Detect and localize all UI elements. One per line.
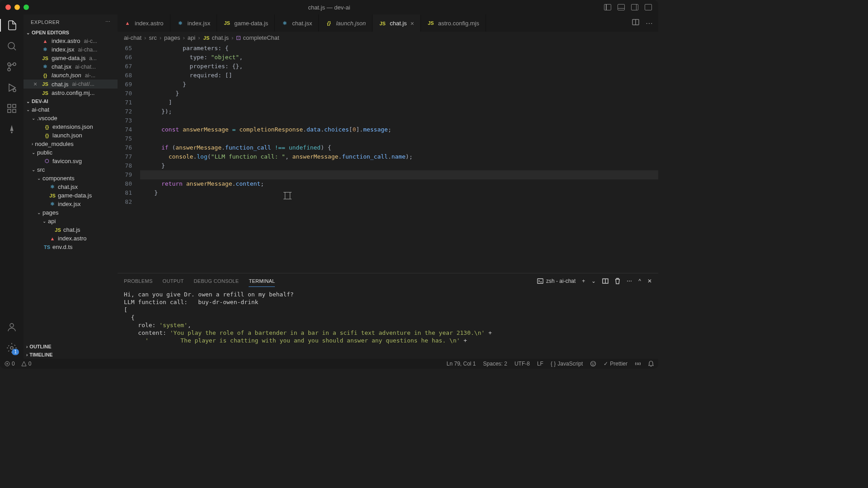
breadcrumb-item[interactable]: pages (164, 34, 180, 41)
code-editor[interactable]: 656667686970717273747576777879808182 par… (118, 44, 658, 273)
breadcrumb-item[interactable]: JSchat.js (203, 34, 229, 41)
run-debug-icon[interactable] (5, 81, 18, 94)
sidebar-more-icon[interactable]: ⋯ (105, 19, 111, 25)
status-bell-icon[interactable] (648, 361, 654, 367)
jsx-file-icon: ⚛ (49, 184, 56, 190)
terminal-dropdown-icon[interactable]: ⌄ (591, 278, 596, 284)
account-icon[interactable] (5, 321, 18, 333)
file-item[interactable]: {}launch.json (24, 131, 118, 140)
explorer-icon[interactable] (0, 19, 24, 32)
tab-launch-json[interactable]: {}launch.json (319, 14, 373, 32)
sidebar-title: EXPLORER (31, 19, 60, 25)
toggle-sidebar-icon[interactable] (604, 4, 611, 10)
svg-marker-5 (9, 84, 15, 91)
status-warnings[interactable]: 0 (21, 361, 32, 367)
file-item[interactable]: {}extensions.json (24, 122, 118, 131)
js-file-icon: JS (54, 227, 61, 233)
titlebar: chat.js — dev-ai (0, 0, 658, 14)
file-item[interactable]: TSenv.d.ts (24, 243, 118, 251)
file-item[interactable]: JSchat.js (24, 225, 118, 234)
status-live-icon[interactable] (635, 361, 641, 367)
panel-tab-debug-console[interactable]: DEBUG CONSOLE (194, 278, 239, 284)
breadcrumb-item[interactable]: ⊡ completeChat (236, 34, 279, 41)
tab-game-data-js[interactable]: JSgame-data.js (217, 14, 275, 32)
svg-point-2 (13, 63, 16, 66)
kill-terminal-icon[interactable] (615, 278, 620, 284)
status-spaces[interactable]: Spaces: 2 (483, 361, 507, 367)
window-minimize[interactable] (14, 5, 20, 10)
open-editor-item[interactable]: JSgame-data.jsa... (24, 54, 118, 62)
file-item[interactable]: ⬡favicon.svg (24, 157, 118, 165)
outline-header[interactable]: ›OUTLINE (24, 343, 118, 351)
terminal-output[interactable]: Hi, can you give Dr. owen a refill on my… (118, 289, 658, 359)
panel-tab-problems[interactable]: PROBLEMS (124, 278, 153, 284)
folder-api[interactable]: ⌄api (24, 217, 118, 225)
astro-file-icon: ▲ (42, 38, 49, 44)
status-errors[interactable]: 0 (5, 361, 15, 367)
extensions-icon[interactable] (5, 102, 18, 115)
breadcrumb-item[interactable]: api (188, 34, 195, 41)
maximize-panel-icon[interactable]: ^ (638, 278, 641, 284)
tab-index-astro[interactable]: ▲index.astro (118, 14, 170, 32)
file-item[interactable]: ⚛chat.jsx (24, 183, 118, 191)
settings-icon[interactable]: 1 (5, 342, 18, 354)
breadcrumb-item[interactable]: ai-chat (124, 34, 142, 41)
folder-public[interactable]: ⌄public (24, 148, 118, 157)
editor-more-icon[interactable]: ⋯ (646, 19, 653, 28)
close-icon[interactable]: × (410, 20, 414, 27)
folder-components[interactable]: ⌄components (24, 174, 118, 183)
panel-tab-terminal[interactable]: TERMINAL (249, 278, 275, 287)
open-editor-item[interactable]: ×JSchat.jsai-chat/... (24, 80, 118, 89)
ts-file-icon: TS (43, 244, 51, 250)
folder-ai-chat[interactable]: ⌄ai-chat (24, 105, 118, 114)
open-editors-header[interactable]: ⌄OPEN EDITORS (24, 28, 118, 37)
new-terminal-icon[interactable]: + (582, 278, 585, 284)
tab-astro-config-mjs[interactable]: JSastro.config.mjs (421, 14, 486, 32)
toggle-secondary-sidebar-icon[interactable] (631, 4, 638, 10)
panel-more-icon[interactable]: ⋯ (627, 278, 632, 284)
status-eol[interactable]: LF (537, 361, 543, 367)
breadcrumb-item[interactable]: src (149, 34, 156, 41)
status-prettier[interactable]: ✓ Prettier (604, 361, 627, 367)
window-close[interactable] (5, 5, 11, 10)
folder-vscode[interactable]: ⌄.vscode (24, 114, 118, 122)
open-editor-item[interactable]: ⚛index.jsxai-cha... (24, 45, 118, 54)
tab-chat-jsx[interactable]: ⚛chat.jsx (275, 14, 319, 32)
split-editor-icon[interactable] (632, 19, 639, 28)
astro-icon[interactable] (5, 123, 18, 136)
split-terminal-icon[interactable] (602, 278, 609, 284)
open-editor-item[interactable]: JSastro.config.mj... (24, 89, 118, 97)
js-file-icon: JS (379, 21, 386, 26)
customize-layout-icon[interactable] (645, 4, 652, 10)
file-item[interactable]: JSgame-data.js (24, 191, 118, 200)
breadcrumb[interactable]: ai-chat›src›pages›api›JSchat.js›⊡ comple… (118, 32, 658, 44)
toggle-panel-icon[interactable] (618, 4, 625, 10)
status-feedback-icon[interactable] (590, 361, 596, 367)
tab-chat-js[interactable]: JSchat.js× (373, 14, 421, 32)
status-encoding[interactable]: UTF-8 (514, 361, 530, 367)
jsx-file-icon: ⚛ (177, 20, 184, 26)
json-file-icon: {} (43, 124, 51, 130)
close-panel-icon[interactable]: ✕ (647, 278, 652, 284)
window-maximize[interactable] (24, 5, 29, 10)
tab-index-jsx[interactable]: ⚛index.jsx (170, 14, 217, 32)
panel-tab-output[interactable]: OUTPUT (163, 278, 184, 284)
folder-src[interactable]: ⌄src (24, 165, 118, 174)
terminal-shell-icon[interactable]: zsh - ai-chat (537, 278, 576, 284)
timeline-header[interactable]: ›TIMELINE (24, 351, 118, 359)
svg-point-24 (637, 363, 639, 365)
folder-node-modules[interactable]: ›node_modules (24, 140, 118, 148)
source-control-icon[interactable] (5, 61, 18, 73)
search-icon[interactable] (5, 40, 18, 52)
status-language[interactable]: { } JavaScript (551, 361, 583, 367)
workspace-header[interactable]: ⌄DEV-AI (24, 97, 118, 105)
file-item[interactable]: ▲index.astro (24, 234, 118, 243)
close-icon[interactable]: × (32, 80, 39, 88)
folder-pages[interactable]: ⌄pages (24, 208, 118, 217)
status-cursor[interactable]: Ln 79, Col 1 (447, 361, 476, 367)
open-editor-item[interactable]: {}launch.jsonai-... (24, 71, 118, 80)
file-item[interactable]: ⚛index.jsx (24, 200, 118, 208)
open-editor-item[interactable]: ⚛chat.jsxai-chat... (24, 62, 118, 71)
open-editor-item[interactable]: ▲index.astroai-c... (24, 37, 118, 45)
text-cursor (285, 192, 290, 199)
